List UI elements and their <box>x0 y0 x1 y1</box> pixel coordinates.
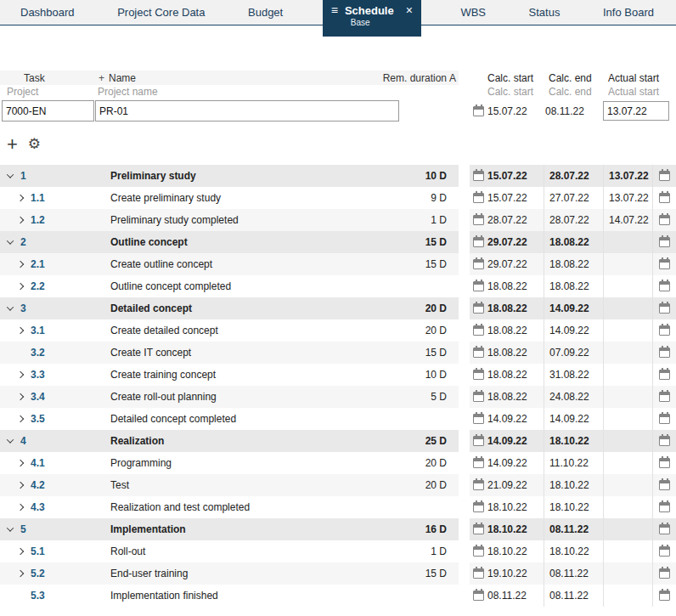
task-name[interactable]: Preliminary study completed <box>110 214 375 226</box>
task-number[interactable]: 2.1 <box>31 258 45 270</box>
calendar-icon[interactable] <box>473 591 484 601</box>
calendar-icon[interactable] <box>473 524 484 534</box>
row-toggle[interactable] <box>5 173 15 178</box>
task-number[interactable]: 1.2 <box>31 214 45 226</box>
task-number[interactable]: 3.4 <box>31 391 45 403</box>
tab-wbs[interactable]: WBS <box>457 0 489 25</box>
calendar-icon[interactable] <box>473 259 484 269</box>
project-actual-start-input[interactable] <box>603 101 669 121</box>
task-number[interactable]: 5.2 <box>31 568 45 579</box>
project-id-input[interactable] <box>2 100 94 122</box>
task-number[interactable]: 4 <box>20 435 26 447</box>
calendar-icon[interactable] <box>659 303 670 314</box>
row-toggle[interactable] <box>5 527 15 532</box>
calendar-icon[interactable] <box>659 325 670 336</box>
calendar-icon[interactable] <box>659 458 670 468</box>
calendar-icon[interactable] <box>473 370 484 380</box>
calendar-icon[interactable] <box>473 436 484 446</box>
task-number[interactable]: 4.2 <box>31 479 45 491</box>
row-toggle[interactable] <box>15 483 25 488</box>
row-toggle[interactable] <box>15 593 25 598</box>
row-toggle[interactable] <box>5 240 15 245</box>
calendar-icon[interactable] <box>473 281 484 291</box>
calendar-icon[interactable] <box>659 392 670 402</box>
calendar-icon[interactable] <box>473 325 484 336</box>
task-name[interactable]: Create preliminary study <box>110 192 375 204</box>
row-toggle[interactable] <box>15 328 25 333</box>
calendar-icon[interactable] <box>473 546 484 557</box>
calendar-icon[interactable] <box>659 237 670 247</box>
calendar-icon[interactable] <box>659 524 670 534</box>
row-toggle[interactable] <box>15 571 25 576</box>
calendar-icon[interactable] <box>659 281 670 291</box>
task-name[interactable]: Realization <box>110 435 375 447</box>
calendar-icon[interactable] <box>473 502 484 512</box>
task-number[interactable]: 3.2 <box>31 347 45 359</box>
task-name[interactable]: Realization and test completed <box>110 501 375 513</box>
calendar-icon[interactable] <box>473 458 484 468</box>
menu-icon[interactable]: ≡ <box>331 3 338 17</box>
calendar-icon[interactable] <box>659 370 670 380</box>
calendar-icon[interactable] <box>659 480 670 490</box>
settings-gear-icon[interactable]: ⚙ <box>28 136 41 153</box>
task-name[interactable]: Create training concept <box>110 369 375 381</box>
calendar-icon[interactable] <box>473 568 484 579</box>
row-toggle[interactable] <box>15 284 25 289</box>
calendar-icon[interactable] <box>473 193 484 203</box>
task-name[interactable]: Create IT concept <box>110 347 375 359</box>
task-number[interactable]: 1.1 <box>31 192 45 204</box>
task-number[interactable]: 4.1 <box>31 457 45 469</box>
calendar-icon[interactable] <box>659 215 670 225</box>
task-number[interactable]: 2 <box>20 236 26 248</box>
add-task-icon[interactable]: + <box>7 136 18 153</box>
task-name[interactable]: Create detailed concept <box>110 325 375 336</box>
row-toggle[interactable] <box>5 306 15 311</box>
tab-schedule[interactable]: ≡ Schedule × Base <box>323 0 421 37</box>
task-name[interactable]: Roll-out <box>110 545 375 557</box>
row-toggle[interactable] <box>15 262 25 267</box>
task-name[interactable]: Test <box>110 479 375 491</box>
calendar-icon[interactable] <box>473 414 484 424</box>
task-name[interactable]: Outline concept completed <box>110 280 375 292</box>
task-number[interactable]: 5 <box>20 523 26 535</box>
tab-status[interactable]: Status <box>526 0 564 25</box>
row-toggle[interactable] <box>5 438 15 444</box>
task-number[interactable]: 5.3 <box>31 590 45 602</box>
calendar-icon[interactable] <box>473 392 484 402</box>
calendar-icon[interactable] <box>473 480 484 490</box>
project-name-input[interactable] <box>95 100 399 122</box>
row-toggle[interactable] <box>15 195 25 201</box>
calendar-icon[interactable] <box>473 106 484 116</box>
row-toggle[interactable] <box>15 394 25 399</box>
row-toggle[interactable] <box>15 505 25 510</box>
tab-info-board[interactable]: Info Board <box>600 0 657 25</box>
calendar-icon[interactable] <box>659 436 670 446</box>
task-number[interactable]: 3.3 <box>31 369 45 381</box>
calendar-icon[interactable] <box>659 502 670 512</box>
row-toggle[interactable] <box>15 461 25 466</box>
task-name[interactable]: Detailed concept <box>110 302 375 314</box>
task-number[interactable]: 3.1 <box>31 325 45 336</box>
task-name[interactable]: Outline concept <box>110 236 375 248</box>
calendar-icon[interactable] <box>473 237 484 247</box>
calendar-icon[interactable] <box>659 259 670 269</box>
tab-project-core-data[interactable]: Project Core Data <box>114 0 208 25</box>
calendar-icon[interactable] <box>659 591 670 601</box>
task-name[interactable]: Programming <box>110 457 375 469</box>
task-name[interactable]: Preliminary study <box>110 170 375 182</box>
task-name[interactable]: Create outline concept <box>110 258 375 270</box>
calendar-icon[interactable] <box>473 215 484 225</box>
calendar-icon[interactable] <box>659 348 670 358</box>
tab-dashboard[interactable]: Dashboard <box>17 0 78 25</box>
row-toggle[interactable] <box>15 372 25 377</box>
calendar-icon[interactable] <box>473 348 484 358</box>
close-icon[interactable]: × <box>406 3 413 17</box>
row-toggle[interactable] <box>15 218 25 223</box>
task-name[interactable]: Implementation finished <box>110 590 375 602</box>
calendar-icon[interactable] <box>659 546 670 557</box>
row-toggle[interactable] <box>15 350 25 355</box>
task-name[interactable]: Create roll-out planning <box>110 391 375 403</box>
task-number[interactable]: 1 <box>20 170 26 182</box>
row-toggle[interactable] <box>15 549 25 554</box>
calendar-icon[interactable] <box>659 414 670 424</box>
